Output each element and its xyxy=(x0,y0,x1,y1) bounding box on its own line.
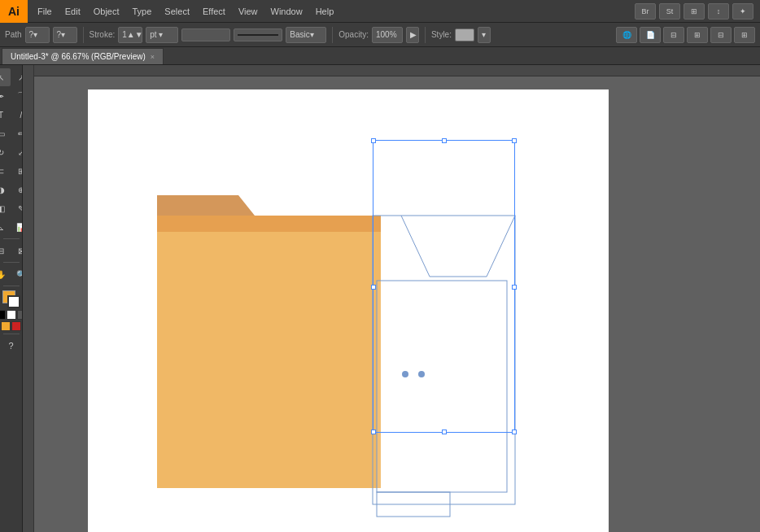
path-option2[interactable]: ?▾ xyxy=(53,27,77,43)
align-icon1[interactable]: ⊟ xyxy=(663,27,684,43)
slice-tool[interactable]: ⊠ xyxy=(11,242,23,259)
handle-bl[interactable] xyxy=(371,430,376,434)
opacity-more[interactable]: ▶ xyxy=(406,27,419,43)
stroke-swatch[interactable] xyxy=(7,295,20,308)
mesh-tool[interactable]: ⊕ xyxy=(11,181,23,198)
globe-icon[interactable]: 🌐 xyxy=(616,27,637,43)
handle-ml[interactable] xyxy=(371,285,376,290)
select-icon: ↖ xyxy=(0,73,4,82)
artboard-tool[interactable]: ⊟ xyxy=(0,242,11,259)
select-tool[interactable]: ↖ xyxy=(0,68,11,86)
menu-help[interactable]: Help xyxy=(309,0,341,22)
path-option1[interactable]: ?▾ xyxy=(25,27,50,43)
menu-effect[interactable]: Effect xyxy=(196,0,232,22)
tool-separator2 xyxy=(3,262,20,263)
separator3 xyxy=(425,27,426,43)
style-label: Style: xyxy=(431,30,452,39)
gray-swatch[interactable] xyxy=(17,310,24,320)
style-swatch[interactable] xyxy=(455,28,474,41)
grid-icon-btn[interactable]: ⊞ xyxy=(684,3,705,20)
ruler-vertical xyxy=(23,65,34,532)
opacity-value[interactable]: 100% xyxy=(372,27,403,43)
zoom-icon: 🔍 xyxy=(16,270,23,279)
line-inner xyxy=(238,34,278,36)
main-layout: ↖ ↗ ✒ ⌒ T / xyxy=(0,65,760,532)
path-label: Path xyxy=(5,30,22,39)
menu-bar-right: Br St ⊞ ↕ ✦ xyxy=(635,3,760,20)
tab-close-btn[interactable]: × xyxy=(151,53,155,61)
shape-tools: ▭ ✏ xyxy=(0,124,23,142)
handle-bc[interactable] xyxy=(442,430,447,434)
rect-icon: ▭ xyxy=(0,129,5,138)
folder-tab-shape xyxy=(157,195,255,216)
pen-tool[interactable]: ✒ xyxy=(0,87,11,105)
document-tab[interactable]: Untitled-3* @ 66.67% (RGB/Preview) × xyxy=(2,48,164,64)
handle-tl[interactable] xyxy=(371,138,376,143)
flame-icon-btn[interactable]: ✦ xyxy=(732,3,753,20)
handle-mr[interactable] xyxy=(512,285,517,290)
align-icon3[interactable]: ⊟ xyxy=(710,27,732,43)
red-swatch[interactable] xyxy=(11,321,21,331)
stock-icon-btn[interactable]: St xyxy=(659,3,680,20)
handle-tc[interactable] xyxy=(442,138,447,143)
nav-tools: ✋ 🔍 xyxy=(0,265,23,283)
menu-view[interactable]: View xyxy=(232,0,264,22)
free-transform-tool[interactable]: ⊞ xyxy=(11,162,23,180)
gradient-tool[interactable]: ◧ xyxy=(0,199,11,217)
zoom-tool[interactable]: 🔍 xyxy=(11,265,23,283)
line-style-preview[interactable] xyxy=(234,28,282,41)
artboard-icon: ⊟ xyxy=(0,246,4,255)
rotate-tool[interactable]: ↻ xyxy=(0,143,11,161)
doc-icon[interactable]: 📄 xyxy=(640,27,661,43)
orange-swatch[interactable] xyxy=(1,321,11,331)
type-tool[interactable]: T xyxy=(0,106,11,124)
tab-bar: Untitled-3* @ 66.67% (RGB/Preview) × xyxy=(0,47,760,65)
handle-tr[interactable] xyxy=(512,138,517,143)
hand-tool[interactable]: ✋ xyxy=(0,265,11,283)
curvature-icon: ⌒ xyxy=(17,90,23,102)
build-tool[interactable]: ◑ xyxy=(0,181,11,198)
white-swatch[interactable] xyxy=(7,310,16,320)
line-tool[interactable]: / xyxy=(11,106,23,124)
eyedropper-tool[interactable]: ✎ xyxy=(11,199,23,217)
type-tools: T / xyxy=(0,106,23,124)
menu-bar: Ai File Edit Object Type Select Effect V… xyxy=(0,0,760,23)
menu-object[interactable]: Object xyxy=(87,0,126,22)
artboard-tools: ⊟ ⊠ xyxy=(0,242,23,259)
more-icon[interactable]: ⊞ xyxy=(734,27,755,43)
stroke-value[interactable]: 1▲▼ xyxy=(118,27,142,43)
blend-tool[interactable]: ⊾ xyxy=(0,218,11,236)
menu-file[interactable]: File xyxy=(31,0,59,22)
fill-stroke-indicator xyxy=(2,290,20,308)
style-dropdown[interactable]: Basic▾ xyxy=(286,27,326,43)
menu-window[interactable]: Window xyxy=(264,0,309,22)
scale-tool[interactable]: ⤢ xyxy=(11,143,23,161)
stroke-preview[interactable] xyxy=(181,28,230,41)
style-swatch-dropdown[interactable]: ▾ xyxy=(478,27,491,43)
color-swatches xyxy=(0,290,23,331)
menu-select[interactable]: Select xyxy=(158,0,196,22)
curvature-tool[interactable]: ⌒ xyxy=(11,87,23,105)
transform-tools: ↻ ⤢ xyxy=(0,143,23,161)
handle-br[interactable] xyxy=(512,430,517,434)
stroke-unit[interactable]: pt ▾ xyxy=(146,27,178,43)
paintbrush-tool[interactable]: ✏ xyxy=(11,124,23,142)
view-icons: 🌐 📄 ⊟ ⊞ ⊟ ⊞ xyxy=(616,27,755,43)
workspace-icon-btn[interactable]: ↕ xyxy=(708,3,729,20)
graph-tool[interactable]: 📊 xyxy=(11,218,23,236)
black-swatch[interactable] xyxy=(0,310,6,320)
line-icon: / xyxy=(20,111,23,120)
menu-edit[interactable]: Edit xyxy=(59,0,87,22)
hand-icon: ✋ xyxy=(0,270,6,279)
align-icon2[interactable]: ⊞ xyxy=(687,27,708,43)
menu-type[interactable]: Type xyxy=(126,0,159,22)
direct-select-tool[interactable]: ↗ xyxy=(11,68,23,86)
ruler-horizontal xyxy=(23,65,760,76)
bridge-icon-btn[interactable]: Br xyxy=(635,3,656,20)
select-tools: ↖ ↗ xyxy=(0,68,23,86)
help-tool[interactable]: ? xyxy=(2,337,21,355)
warp-tool[interactable]: ⊂ xyxy=(0,162,11,180)
build-tools: ◑ ⊕ xyxy=(0,181,23,198)
artboard xyxy=(88,89,609,532)
rect-tool[interactable]: ▭ xyxy=(0,124,11,142)
